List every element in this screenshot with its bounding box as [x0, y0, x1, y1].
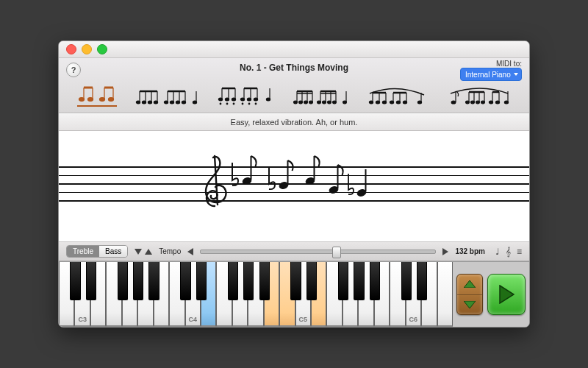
black-key[interactable] [370, 262, 380, 300]
metronome-icon[interactable]: ♩ [495, 247, 500, 257]
svg-marker-118 [464, 280, 476, 288]
transpose-buttons [456, 274, 483, 315]
black-key[interactable] [259, 262, 270, 300]
traffic-lights [59, 44, 107, 54]
tempo-slider-thumb[interactable] [332, 247, 341, 258]
black-key[interactable] [228, 262, 238, 300]
piano-keyboard[interactable]: C3C4C5C6 [59, 262, 453, 327]
black-key[interactable] [401, 262, 412, 300]
tempo-slider[interactable] [200, 250, 436, 254]
black-key[interactable] [290, 262, 301, 300]
svg-point-90 [451, 101, 456, 104]
score-view [59, 131, 529, 241]
pattern-5[interactable] [367, 82, 430, 107]
step-up-button[interactable] [145, 249, 152, 255]
black-key[interactable] [196, 262, 207, 300]
svg-marker-120 [500, 286, 514, 303]
pattern-row [66, 79, 522, 107]
pattern-4[interactable] [292, 82, 349, 107]
white-key[interactable] [437, 262, 453, 327]
svg-point-39 [233, 103, 234, 105]
svg-point-38 [226, 103, 228, 105]
help-button[interactable]: ? [66, 63, 81, 77]
pattern-3[interactable] [217, 82, 274, 107]
midi-panel: MIDI to: Internal Piano [460, 60, 522, 81]
app-window: ? MIDI to: Internal Piano No. 1 - Get Th… [58, 40, 530, 328]
clef-treble-button[interactable]: Treble [67, 246, 99, 257]
step-down-button[interactable] [135, 249, 142, 255]
midi-label: MIDI to: [496, 60, 522, 68]
tuning-fork-icon[interactable]: 𝄞 [506, 247, 511, 257]
black-key[interactable] [306, 262, 317, 300]
black-key[interactable] [86, 262, 96, 300]
music-notation [198, 152, 390, 218]
black-key[interactable] [70, 262, 80, 300]
black-key[interactable] [338, 262, 348, 300]
transpose-up-button[interactable] [457, 275, 482, 295]
octave-label: C4 [188, 316, 197, 323]
pattern-2[interactable] [135, 82, 199, 107]
clef-segmented-control: Treble Bass [66, 245, 128, 258]
tempo-label: Tempo [159, 247, 181, 255]
control-bar: Treble Bass Tempo 132 bpm ♩ 𝄞 ≡ [59, 241, 529, 261]
svg-point-48 [248, 103, 250, 105]
instruction-text: Easy, relaxed vibration. Ah, or hum. [59, 113, 529, 131]
svg-point-37 [220, 103, 221, 105]
tempo-bpm-value: 132 bpm [455, 247, 485, 255]
keyboard-area: C3C4C5C6 [59, 261, 529, 327]
black-key[interactable] [148, 262, 159, 300]
play-button[interactable] [487, 274, 526, 315]
black-key[interactable] [243, 262, 254, 300]
zoom-icon[interactable] [97, 44, 107, 54]
minimize-icon[interactable] [82, 44, 92, 54]
exercise-title: No. 1 - Get Things Moving [240, 63, 348, 73]
black-key[interactable] [354, 262, 364, 300]
black-key[interactable] [180, 262, 190, 300]
black-key[interactable] [417, 262, 427, 300]
toolbar: ? MIDI to: Internal Piano No. 1 - Get Th… [59, 58, 529, 113]
help-icon: ? [71, 66, 76, 74]
svg-point-47 [242, 103, 243, 105]
octave-label: C6 [409, 316, 418, 323]
tempo-next-button[interactable] [442, 248, 448, 255]
octave-label: C5 [299, 316, 308, 323]
pattern-6[interactable] [448, 82, 511, 107]
svg-point-49 [255, 103, 257, 105]
octave-label: C3 [78, 316, 87, 323]
transport-panel [453, 262, 529, 327]
black-key[interactable] [118, 262, 128, 300]
clef-bass-button[interactable]: Bass [99, 246, 127, 257]
titlebar [59, 41, 529, 58]
midi-output-select[interactable]: Internal Piano [460, 68, 522, 81]
pattern-1[interactable] [77, 79, 117, 107]
close-icon[interactable] [66, 44, 76, 54]
svg-marker-119 [464, 301, 476, 308]
transpose-down-button[interactable] [457, 295, 482, 315]
tempo-prev-button[interactable] [187, 248, 193, 255]
black-key[interactable] [133, 262, 143, 300]
settings-staff-icon[interactable]: ≡ [517, 247, 522, 257]
